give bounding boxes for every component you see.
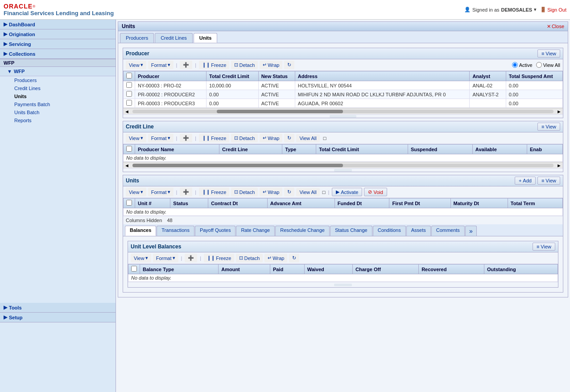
sidebar-item-credit-lines[interactable]: Credit Lines [0,84,116,92]
balances-view-button[interactable]: ≡ View [533,243,555,251]
select-all-check[interactable] [126,200,132,206]
units-view-button[interactable]: ≡ View [537,177,560,185]
producer-format-btn[interactable]: Format ▾ [148,61,173,69]
bal-add-btn[interactable]: ➕ [185,254,197,262]
units-add-row-btn[interactable]: ➕ [180,188,192,196]
producer-detach-btn[interactable]: ⊡ Detach [231,61,258,69]
units-refresh-btn[interactable]: ↻ [284,188,294,196]
sub-tab-rate-change[interactable]: Rate Change [236,226,275,236]
units-format-btn[interactable]: Format ▾ [148,188,173,196]
u-freeze-icon: ❙❙ [202,189,210,195]
producer-view-button[interactable]: ≡ View [537,50,560,58]
units-freeze-btn[interactable]: ❙❙ Freeze [199,188,229,196]
sidebar-item-units-batch[interactable]: Units Batch [0,108,116,116]
row-check[interactable] [124,81,135,90]
units-activate-btn[interactable]: ▶ Activate [332,188,362,196]
header-left: ORACLE® Financial Services Lending and L… [4,3,114,17]
sidebar-item-reports[interactable]: Reports [0,116,116,124]
cl-view-btn[interactable]: View ▾ [126,134,146,142]
select-all-check[interactable] [126,146,132,152]
select-all-check[interactable] [131,266,137,272]
cl-format-btn[interactable]: Format ▾ [148,134,173,142]
units-view-btn[interactable]: View ▾ [126,188,146,196]
sidebar-item-origination[interactable]: ▶ Origination [0,29,116,39]
row-check[interactable] [124,99,135,108]
row-checkbox[interactable] [126,91,132,97]
bal-refresh-btn[interactable]: ↻ [289,254,299,262]
sidebar-item-tools[interactable]: ▶ Tools [0,303,116,313]
sub-tab-balances[interactable]: Balances [125,226,156,236]
sidebar-item-producers[interactable]: Producers [0,76,116,84]
close-button[interactable]: ✕ Close [547,24,564,29]
bal-wrap-btn[interactable]: ↵ Wrap [264,254,287,262]
scroll-thumb[interactable] [132,164,343,167]
sub-tab-status-change[interactable]: Status Change [330,226,372,236]
bal-freeze-btn[interactable]: ❙❙ Freeze [204,254,234,262]
producer-refresh-btn[interactable]: ↻ [284,61,294,69]
units-void-btn[interactable]: ⊘ Void [364,188,387,196]
active-radio-label[interactable]: Active [512,62,533,68]
sub-tab-transactions[interactable]: Transactions [157,226,194,236]
cl-detach-btn[interactable]: ⊡ Detach [231,134,258,142]
sidebar-item-setup[interactable]: ▶ Setup [0,313,116,322]
scroll-left-icon[interactable]: ◄ [123,109,131,114]
sidebar-item-collections[interactable]: ▶ Collections [0,49,116,59]
units-view-all-btn[interactable]: View All [296,188,319,196]
cl-hscrollbar[interactable]: ◄ ► [123,162,563,168]
producer-view-toolbar-btn[interactable]: View ▾ [126,61,146,69]
sidebar-item-servicing[interactable]: ▶ Servicing [0,39,116,49]
sub-tab-comments[interactable]: Comments [431,226,465,236]
row-checkbox[interactable] [126,100,132,106]
table-row[interactable]: PR-00003 : PRODUCER3 0.00 ACTIVE AGUADA,… [124,99,563,108]
scroll-right-icon[interactable]: ► [555,109,563,114]
table-row[interactable]: PR-00002 : PRODUCER2 0.00 ACTIVE MIHIFUN… [124,90,563,99]
bal-detach-btn[interactable]: ⊡ Detach [236,254,263,262]
sub-tab-conditions[interactable]: Conditions [373,226,406,236]
view-all-radio-label[interactable]: View All [536,62,560,68]
table-row[interactable]: NY-00003 : PRO-02 10,000.00 ACTIVE HOLTS… [124,81,563,90]
sub-tabs-more-btn[interactable]: » [465,226,477,236]
scroll-track[interactable] [132,110,553,113]
producer-freeze-btn[interactable]: ❙❙ Freeze [199,61,229,69]
units-add-button[interactable]: + Add [515,177,536,185]
credit-line-view-button[interactable]: ≡ View [537,123,560,131]
tab-producers[interactable]: Producers [120,33,154,43]
sub-tab-payoff-quotes[interactable]: Payoff Quotes [195,226,236,236]
row-check[interactable] [124,90,135,99]
sign-out-button[interactable]: 🚪 Sign Out [540,7,566,12]
sidebar-item-units[interactable]: Units [0,92,116,100]
producer-hscrollbar[interactable]: ◄ ► [123,108,563,114]
sub-tab-reschedule-change[interactable]: Reschedule Change [275,226,330,236]
cl-freeze-btn[interactable]: ❙❙ Freeze [199,134,229,142]
cl-view-all-btn[interactable]: View All [296,134,319,142]
scroll-left-icon[interactable]: ◄ [123,163,131,168]
units-view-all-check[interactable]: □ [322,190,326,195]
scroll-right-icon[interactable]: ► [555,163,563,168]
cl-refresh-btn[interactable]: ↻ [284,134,294,142]
cl-add-btn[interactable]: ➕ [180,134,192,142]
bal-format-btn[interactable]: Format ▾ [153,254,178,262]
cl-view-all-check[interactable]: □ [323,136,326,141]
sidebar-wfp-group[interactable]: ▼ WFP [0,67,116,76]
dropdown-arrow-icon[interactable]: ▾ [534,7,537,12]
sub-tab-assets[interactable]: Assets [406,226,431,236]
producer-wrap-btn[interactable]: ↵ Wrap [260,61,282,69]
tab-credit-lines[interactable]: Credit Lines [155,33,193,43]
units-detach-btn[interactable]: ⊡ Detach [231,188,258,196]
sidebar-item-payments-batch[interactable]: Payments Batch [0,100,116,108]
active-radio[interactable] [512,62,518,68]
scroll-thumb[interactable] [217,110,343,113]
tab-units[interactable]: Units [194,33,218,43]
bal-detach-icon: ⊡ [239,255,243,261]
select-all-check[interactable] [126,73,132,78]
producer-add-btn[interactable]: ➕ [180,61,192,69]
units-wrap-btn[interactable]: ↵ Wrap [260,188,282,196]
row-checkbox[interactable] [126,82,132,88]
col-available: Available [472,144,527,154]
bal-view-btn[interactable]: View ▾ [131,254,151,262]
view-all-radio[interactable] [536,62,542,68]
scroll-track[interactable] [132,164,553,167]
sidebar-item-dashboard[interactable]: ▶ DashBoard [0,20,116,29]
cl-wrap-btn[interactable]: ↵ Wrap [260,134,282,142]
cl-view-dropdown-icon: ▾ [140,135,143,141]
